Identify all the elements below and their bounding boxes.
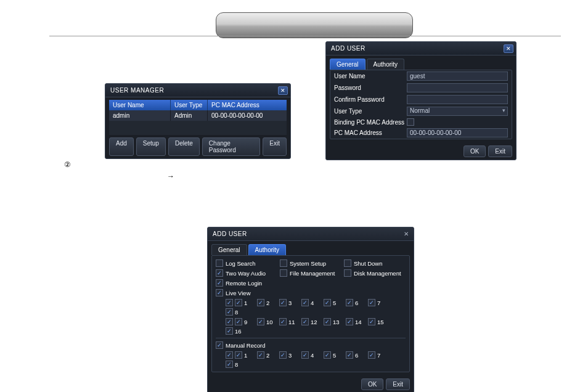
exit-button[interactable]: Exit bbox=[386, 378, 410, 390]
user-table-body: admin Admin 00-00-00-00-00-00 bbox=[109, 110, 287, 135]
disk-management-checkbox[interactable] bbox=[344, 269, 351, 277]
perm-two-way-audio: Two Way Audio bbox=[226, 270, 266, 277]
channel-checkbox[interactable]: ✓ bbox=[301, 351, 309, 359]
cell-username: admin bbox=[109, 110, 171, 121]
user-name-label: User Name bbox=[334, 73, 407, 80]
perm-live-view: Live View bbox=[226, 290, 251, 296]
channel-checkbox[interactable]: ✓ bbox=[257, 318, 264, 325]
channel-checkbox[interactable]: ✓ bbox=[235, 351, 242, 359]
add-user-auth-titlebar: ADD USER ✕ bbox=[208, 227, 414, 241]
tab-general[interactable]: General bbox=[211, 244, 247, 255]
channel-checkbox[interactable]: ✓ bbox=[301, 318, 309, 325]
live-view-checkbox[interactable]: ✓ bbox=[216, 289, 223, 296]
mac-label: PC MAC Address bbox=[334, 129, 407, 136]
change-password-button[interactable]: Change Password bbox=[202, 137, 260, 156]
channel-checkbox[interactable]: ✓ bbox=[257, 351, 264, 359]
channel-checkbox[interactable]: ✓ bbox=[368, 299, 375, 306]
manual-record-channels-1-8: ✓ ✓1 ✓2 ✓3 ✓4 ✓5 ✓6 ✓7 ✓8 bbox=[213, 350, 408, 369]
password-input[interactable] bbox=[407, 83, 508, 92]
header-rule bbox=[49, 36, 561, 36]
channel-checkbox[interactable]: ✓ bbox=[324, 351, 331, 359]
add-user-dialog-authority: ADD USER ✕ General Authority Log Search … bbox=[207, 227, 414, 392]
arrow-right-icon: → bbox=[167, 172, 174, 181]
manual-record-checkbox[interactable]: ✓ bbox=[216, 341, 223, 349]
user-table-header: User Name User Type PC MAC Address bbox=[109, 100, 287, 110]
channel-checkbox[interactable]: ✓ bbox=[257, 299, 264, 306]
tab-authority[interactable]: Authority bbox=[367, 59, 404, 70]
shut-down-checkbox[interactable] bbox=[344, 259, 351, 267]
channel-checkbox[interactable]: ✓ bbox=[301, 299, 309, 306]
col-usertype: User Type bbox=[171, 100, 208, 110]
perm-file-management: File Management bbox=[290, 270, 335, 277]
exit-button[interactable]: Exit bbox=[263, 137, 287, 156]
user-manager-close-button[interactable]: ✕ bbox=[278, 86, 288, 95]
table-row[interactable]: admin Admin 00-00-00-00-00-00 bbox=[109, 110, 287, 121]
user-manager-titlebar: USER MANAGER ✕ bbox=[105, 84, 290, 97]
close-icon[interactable]: ✕ bbox=[401, 231, 412, 237]
confirm-password-input[interactable] bbox=[407, 95, 508, 104]
add-user-close-button[interactable]: ✕ bbox=[504, 44, 513, 53]
channel-checkbox[interactable]: ✓ bbox=[346, 318, 353, 325]
channel-checkbox[interactable]: ✓ bbox=[226, 308, 233, 316]
perm-manual-record: Manual Record bbox=[226, 342, 265, 349]
user-manager-dialog: USER MANAGER ✕ User Name User Type PC MA… bbox=[105, 83, 291, 159]
add-user-tabs: General Authority bbox=[326, 55, 516, 70]
perm-remote-login: Remote Login bbox=[226, 280, 262, 287]
live-view-channels-1-8: ✓ ✓1 ✓2 ✓3 ✓4 ✓5 ✓6 ✓7 ✓8 bbox=[213, 298, 408, 317]
header-pill bbox=[216, 12, 413, 38]
user-type-value: Normal bbox=[410, 107, 430, 114]
user-name-input[interactable] bbox=[407, 71, 508, 81]
channel-checkbox[interactable]: ✓ bbox=[279, 299, 287, 306]
file-management-checkbox[interactable] bbox=[280, 269, 287, 277]
bind-mac-label: Binding PC MAC Address bbox=[334, 119, 407, 126]
col-username: User Name bbox=[109, 100, 171, 110]
channel-checkbox[interactable]: ✓ bbox=[235, 299, 242, 306]
mac-input[interactable] bbox=[407, 128, 508, 137]
ok-button[interactable]: OK bbox=[463, 145, 486, 157]
perm-shut-down: Shut Down bbox=[354, 260, 382, 267]
channel-checkbox[interactable]: ✓ bbox=[324, 318, 331, 325]
ok-button[interactable]: OK bbox=[361, 378, 383, 390]
close-icon: ✕ bbox=[280, 88, 286, 94]
authority-panel: Log Search System Setup Shut Down ✓Two W… bbox=[211, 255, 410, 372]
delete-button[interactable]: Delete bbox=[168, 137, 200, 156]
user-manager-buttons: Add Setup Delete Change Password Exit bbox=[105, 135, 290, 158]
add-user-dialog-general: ADD USER ✕ General Authority User Name P… bbox=[325, 41, 517, 160]
log-search-checkbox[interactable] bbox=[216, 259, 223, 267]
tab-general[interactable]: General bbox=[330, 59, 365, 70]
channel-checkbox[interactable]: ✓ bbox=[226, 327, 233, 335]
channel-checkbox[interactable]: ✓ bbox=[324, 299, 331, 306]
add-user-buttons: OK Exit bbox=[326, 143, 516, 160]
setup-button[interactable]: Setup bbox=[136, 137, 166, 156]
two-way-audio-checkbox[interactable]: ✓ bbox=[216, 269, 223, 277]
add-user-auth-title: ADD USER bbox=[213, 231, 247, 237]
user-type-select[interactable]: Normal bbox=[407, 107, 508, 116]
channel-all-checkbox[interactable]: ✓ bbox=[226, 318, 233, 325]
channel-checkbox[interactable]: ✓ bbox=[346, 351, 353, 359]
channel-checkbox[interactable]: ✓ bbox=[346, 299, 353, 306]
exit-button[interactable]: Exit bbox=[488, 145, 512, 157]
tab-authority[interactable]: Authority bbox=[248, 244, 286, 255]
channel-checkbox[interactable]: ✓ bbox=[235, 318, 242, 325]
channel-checkbox[interactable]: ✓ bbox=[368, 318, 375, 325]
cell-mac: 00-00-00-00-00-00 bbox=[208, 110, 287, 121]
channel-all-checkbox[interactable]: ✓ bbox=[226, 299, 233, 306]
separator bbox=[216, 338, 406, 338]
add-user-titlebar: ADD USER ✕ bbox=[326, 42, 516, 55]
add-user-auth-tabs: General Authority bbox=[208, 241, 414, 255]
close-icon: ✕ bbox=[506, 46, 512, 52]
user-manager-title: USER MANAGER bbox=[110, 87, 164, 94]
add-user-auth-buttons: OK Exit bbox=[208, 376, 414, 392]
system-setup-checkbox[interactable] bbox=[280, 259, 287, 267]
add-button[interactable]: Add bbox=[109, 137, 134, 156]
channel-checkbox[interactable]: ✓ bbox=[368, 351, 375, 359]
remote-login-checkbox[interactable]: ✓ bbox=[216, 279, 223, 287]
bind-mac-checkbox[interactable] bbox=[407, 118, 414, 126]
col-mac: PC MAC Address bbox=[208, 100, 287, 110]
channel-all-checkbox[interactable]: ✓ bbox=[226, 351, 233, 359]
channel-checkbox[interactable]: ✓ bbox=[279, 351, 287, 359]
add-user-form: User Name Password Confirm Password User… bbox=[330, 70, 512, 139]
password-label: Password bbox=[334, 84, 407, 91]
channel-checkbox[interactable]: ✓ bbox=[226, 361, 233, 368]
channel-checkbox[interactable]: ✓ bbox=[279, 318, 287, 325]
